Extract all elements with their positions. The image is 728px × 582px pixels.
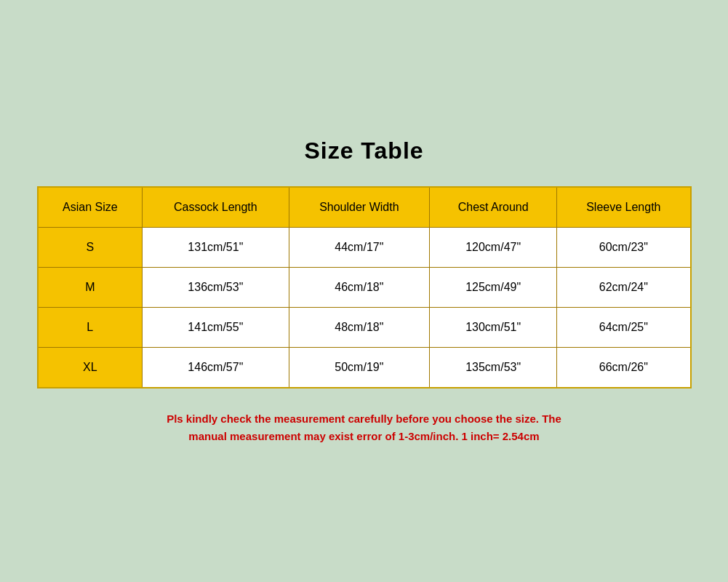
table-row: XL146cm/57"50cm/19"135cm/53"66cm/26" (38, 347, 691, 388)
table-cell: 64cm/25" (557, 307, 691, 347)
table-cell: 46cm/18" (289, 267, 430, 307)
header-cassock-length: Cassock Length (143, 187, 289, 228)
table-cell: 131cm/51" (143, 227, 289, 267)
table-header-row: Asian Size Cassock Length Shoulder Width… (38, 187, 691, 228)
table-cell: 141cm/55" (143, 307, 289, 347)
table-row: M136cm/53"46cm/18"125cm/49"62cm/24" (38, 267, 691, 307)
table-cell: L (38, 307, 143, 347)
table-cell: XL (38, 347, 143, 388)
table-cell: 130cm/51" (430, 307, 557, 347)
note-line1: Pls kindly check the measurement careful… (167, 410, 561, 428)
size-table: Asian Size Cassock Length Shoulder Width… (37, 186, 692, 388)
table-cell: 136cm/53" (143, 267, 289, 307)
header-shoulder-width: Shoulder Width (289, 187, 430, 228)
table-row: S131cm/51"44cm/17"120cm/47"60cm/23" (38, 227, 691, 267)
main-container: Size Table Asian Size Cassock Length Sho… (37, 137, 692, 445)
table-cell: S (38, 227, 143, 267)
table-cell: 120cm/47" (430, 227, 557, 267)
header-sleeve-length: Sleeve Length (557, 187, 691, 228)
table-cell: 146cm/57" (143, 347, 289, 388)
table-cell: 60cm/23" (557, 227, 691, 267)
note-section: Pls kindly check the measurement careful… (167, 410, 561, 445)
header-chest-around: Chest Around (430, 187, 557, 228)
table-row: L141cm/55"48cm/18"130cm/51"64cm/25" (38, 307, 691, 347)
table-cell: 135cm/53" (430, 347, 557, 388)
table-cell: 44cm/17" (289, 227, 430, 267)
table-cell: 125cm/49" (430, 267, 557, 307)
table-cell: 62cm/24" (557, 267, 691, 307)
table-cell: 48cm/18" (289, 307, 430, 347)
table-cell: 50cm/19" (289, 347, 430, 388)
page-title: Size Table (304, 137, 423, 164)
table-cell: 66cm/26" (557, 347, 691, 388)
note-line2: manual measurement may exist error of 1-… (167, 428, 561, 445)
header-asian-size: Asian Size (38, 187, 143, 228)
table-cell: M (38, 267, 143, 307)
